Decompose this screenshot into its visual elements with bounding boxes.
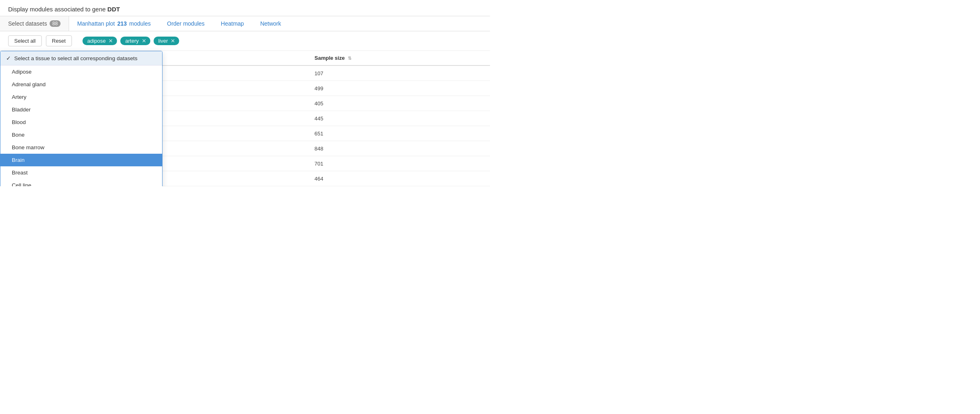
tab-manhattan-modules-count: 213 <box>117 20 127 27</box>
dropdown-item-bone[interactable]: Bone <box>0 129 162 141</box>
dropdown-checkmark-icon: ✓ <box>6 55 11 61</box>
tissue-tag-liver-close[interactable]: ✕ <box>171 38 175 44</box>
row-sample-size-8: 445 <box>308 111 490 126</box>
dropdown-header-item[interactable]: ✓ Select a tissue to select all correspo… <box>0 51 162 65</box>
col-header-sample-size[interactable]: Sample size ⇅ <box>308 51 490 65</box>
tissue-tag-liver-label: liver <box>158 38 168 44</box>
tissue-dropdown: ✓ Select a tissue to select all correspo… <box>0 51 163 186</box>
tissue-tag-artery: artery ✕ <box>120 37 150 45</box>
tab-heatmap[interactable]: Heatmap <box>213 16 252 31</box>
tab-heatmap-label: Heatmap <box>221 20 244 27</box>
tab-manhattan-label: Manhattan plot <box>77 20 115 27</box>
tissue-tag-adipose-close[interactable]: ✕ <box>108 38 113 44</box>
dropdown-item-cell-line[interactable]: Cell line <box>0 179 162 186</box>
header-text: Display modules associated to gene <box>8 6 107 13</box>
tab-network-label: Network <box>260 20 281 27</box>
dropdown-item-bone-marrow[interactable]: Bone marrow <box>0 141 162 154</box>
tab-select-datasets-label: Select datasets <box>8 20 47 27</box>
dropdown-item-blood[interactable]: Blood <box>0 116 162 129</box>
row-sample-size-7: 405 <box>308 96 490 111</box>
page-header: Display modules associated to gene DDT <box>0 0 490 16</box>
select-all-button[interactable]: Select all <box>8 35 42 46</box>
dropdown-item-adipose[interactable]: Adipose <box>0 65 162 78</box>
tissue-tag-liver: liver ✕ <box>154 37 180 45</box>
tabs-bar: Select datasets 88 Manhattan plot 213 mo… <box>0 16 490 31</box>
gene-name: DDT <box>107 6 120 13</box>
tissue-tag-adipose: adipose ✕ <box>82 37 117 45</box>
dropdown-item-bladder[interactable]: Bladder <box>0 103 162 116</box>
dropdown-list: Adipose Adrenal gland Artery Bladder Blo… <box>0 65 162 186</box>
tissue-tag-adipose-label: adipose <box>87 38 106 44</box>
row-sample-size-9: 651 <box>308 126 490 141</box>
tab-manhattan-modules-label: modules <box>129 20 151 27</box>
row-sample-size-6: 499 <box>308 81 490 96</box>
dropdown-item-artery[interactable]: Artery <box>0 91 162 103</box>
row-sample-size-12: 464 <box>308 171 490 186</box>
dropdown-item-adrenal-gland[interactable]: Adrenal gland <box>0 78 162 91</box>
tab-order-modules-label: Order modules <box>167 20 205 27</box>
tissue-tag-artery-close[interactable]: ✕ <box>142 38 146 44</box>
dropdown-item-breast[interactable]: Breast <box>0 166 162 179</box>
tissue-tag-artery-label: artery <box>125 38 139 44</box>
dropdown-header-text: Select a tissue to select all correspond… <box>14 55 137 61</box>
reset-button[interactable]: Reset <box>46 35 72 46</box>
row-sample-size-11: 701 <box>308 156 490 171</box>
row-sample-size-5: 107 <box>308 65 490 81</box>
tab-order-modules[interactable]: Order modules <box>159 16 213 31</box>
tab-network[interactable]: Network <box>252 16 289 31</box>
tab-select-datasets-badge: 88 <box>50 20 61 27</box>
tab-select-datasets[interactable]: Select datasets 88 <box>0 16 69 31</box>
tissue-tags-container: adipose ✕ artery ✕ liver ✕ <box>82 37 180 45</box>
dropdown-item-brain[interactable]: Brain <box>0 154 162 166</box>
sort-icon-sample-size: ⇅ <box>348 56 351 61</box>
tab-manhattan-plot[interactable]: Manhattan plot 213 modules <box>69 16 159 31</box>
row-sample-size-10: 848 <box>308 141 490 156</box>
toolbar-row: Select all Reset adipose ✕ artery ✕ live… <box>0 31 490 51</box>
